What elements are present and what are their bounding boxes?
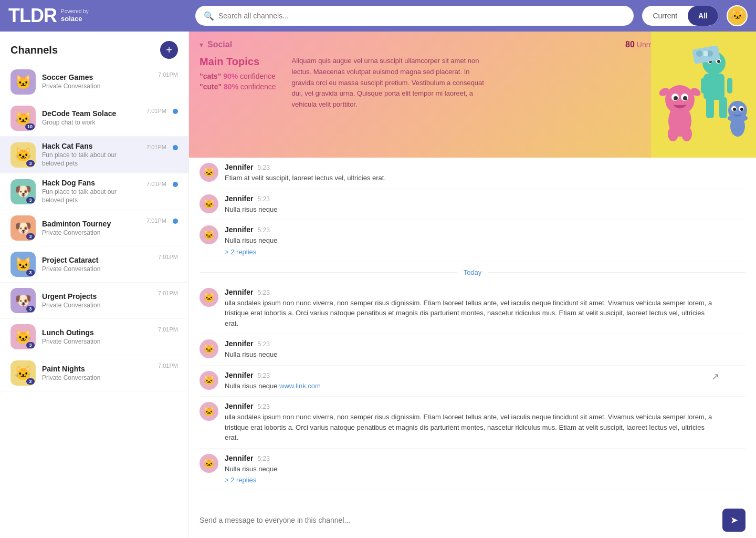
channels-sidebar: Channels + 🐱 Soccer Games Private Conver… xyxy=(0,32,189,538)
more-icon[interactable]: ••• xyxy=(737,163,746,173)
more-icon[interactable]: ••• xyxy=(737,194,746,204)
channel-name: Lunch Outings xyxy=(42,328,152,337)
channel-item-paint-nights[interactable]: 🐱 2 Paint Nights Private Conversation 7:… xyxy=(0,355,188,391)
channel-badge: 3 xyxy=(26,197,35,203)
channel-item-decode-team-solace[interactable]: 🐱 10 DeCode Team Solace Group chat to wo… xyxy=(0,100,188,137)
add-channel-button[interactable]: + xyxy=(160,41,178,59)
svg-point-12 xyxy=(696,50,702,57)
more-icon[interactable]: ••• xyxy=(737,226,746,235)
message-avatar: 🐱 xyxy=(200,288,218,307)
avatar-emoji: 🐱 xyxy=(203,458,215,469)
message-text: Etiam at velit suscipit, laoreet lectus … xyxy=(225,173,719,183)
message-header: Jennifer 5:23 xyxy=(225,288,719,296)
message-text: ulla sodales ipsum non nunc viverra, non… xyxy=(225,412,719,443)
message-time: 5:23 xyxy=(257,340,269,348)
message-time: 5:23 xyxy=(257,372,269,379)
message-row: 🐱 Jennifer 5:23 ulla sodales ipsum non n… xyxy=(200,397,746,449)
more-icon[interactable]: ••• xyxy=(737,454,746,463)
reply-icon[interactable]: ↩ xyxy=(726,371,732,381)
send-button[interactable]: ➤ xyxy=(722,509,746,532)
message-input-area: ➤ xyxy=(189,502,756,538)
search-bar[interactable]: 🔍 xyxy=(195,6,634,26)
social-banner: ▾ Social 80 Unread messages 0 Mentions M… xyxy=(189,32,756,158)
svg-point-24 xyxy=(683,96,687,100)
message-sender: Jennifer xyxy=(225,288,253,296)
reply-icon[interactable]: ↩ xyxy=(726,225,732,235)
channel-time: 7:01PM xyxy=(146,144,166,150)
message-link[interactable]: www.link.com xyxy=(279,382,321,390)
channel-sub: Private Conversation xyxy=(42,265,152,274)
reply-icon[interactable]: ↩ xyxy=(726,194,732,204)
more-icon[interactable]: ••• xyxy=(737,402,746,412)
channel-emoji: 🐱 xyxy=(15,74,32,90)
svg-point-32 xyxy=(740,108,743,111)
main-topics-section: Main Topics "cats" 90% confidence"cute" … xyxy=(200,56,276,110)
message-row: 🐱 Jennifer 5:23 Nulla risus neque www.li… xyxy=(200,366,746,397)
reply-icon[interactable]: ↩ xyxy=(726,288,732,298)
message-text: Nulla risus neque xyxy=(225,349,719,360)
channel-avatar: 🐱 3 xyxy=(10,324,36,349)
channel-sub: Private Conversation xyxy=(42,229,140,237)
message-text: Nulla risus neque xyxy=(225,464,719,474)
svg-point-23 xyxy=(674,96,678,100)
svg-rect-3 xyxy=(701,78,706,94)
channel-item-hack-cat-fans[interactable]: 🐱 3 Hack Cat Fans Fun place to talk abou… xyxy=(0,137,188,173)
user-avatar[interactable]: 🐱 xyxy=(727,5,748,26)
channel-badge: 3 xyxy=(26,233,35,240)
channel-avatar: 🐱 3 xyxy=(10,142,36,168)
channel-item-urgent-projects[interactable]: 🐶 3 Urgent Projects Private Conversation… xyxy=(0,283,188,319)
channel-avatar: 🐶 3 xyxy=(10,215,36,241)
svg-rect-2 xyxy=(704,74,724,100)
message-input[interactable] xyxy=(200,516,717,524)
message-row: 🐱 Jennifer 5:23 Nulla risus neque > 2 re… xyxy=(200,449,746,491)
message-avatar: 🐱 xyxy=(200,454,218,473)
channel-item-project-cataract[interactable]: 🐱 3 Project Cataract Private Conversatio… xyxy=(0,246,188,283)
avatar-emoji: 🐱 xyxy=(203,198,215,210)
reply-icon[interactable]: ↩ xyxy=(726,339,732,349)
main-topics-label: Main Topics xyxy=(200,56,276,68)
more-icon[interactable]: ••• xyxy=(737,340,746,349)
svg-point-31 xyxy=(733,108,736,111)
message-body: Jennifer 5:23 Nulla risus neque xyxy=(225,194,719,215)
message-header: Jennifer 5:23 xyxy=(225,339,719,348)
channel-item-lunch-outings[interactable]: 🐱 3 Lunch Outings Private Conversation 7… xyxy=(0,319,188,355)
messages-area[interactable]: 🐱 Jennifer 5:23 Etiam at velit suscipit,… xyxy=(189,158,756,502)
filter-current-button[interactable]: Current xyxy=(642,6,688,26)
channel-name: Soccer Games xyxy=(42,73,152,81)
message-body: Jennifer 5:23 Nulla risus neque www.link… xyxy=(225,371,705,391)
svg-rect-14 xyxy=(704,51,708,56)
message-time: 5:23 xyxy=(257,403,269,410)
filter-all-button[interactable]: All xyxy=(688,6,718,26)
reply-icon[interactable]: ↩ xyxy=(726,454,732,464)
search-input[interactable] xyxy=(218,12,625,20)
message-sender: Jennifer xyxy=(225,225,253,234)
channel-item-badminton-tourney[interactable]: 🐶 3 Badminton Tourney Private Conversati… xyxy=(0,210,188,246)
message-time: 5:23 xyxy=(257,289,269,296)
message-header: Jennifer 5:23 xyxy=(225,454,719,462)
unread-dot xyxy=(173,219,178,224)
message-body: Jennifer 5:23 ulla sodales ipsum non nun… xyxy=(225,402,719,443)
channel-item-soccer-games[interactable]: 🐱 Soccer Games Private Conversation 7:01… xyxy=(0,64,188,100)
cursor-indicator: ↗ xyxy=(711,371,719,382)
svg-rect-5 xyxy=(706,97,714,118)
message-row: 🐱 Jennifer 5:23 Etiam at velit suscipit,… xyxy=(200,158,746,189)
channels-list: 🐱 Soccer Games Private Conversation 7:01… xyxy=(0,64,188,391)
reply-icon[interactable]: ↩ xyxy=(726,402,732,412)
message-sender: Jennifer xyxy=(225,371,253,379)
channel-badge: 3 xyxy=(26,160,35,167)
reply-icon[interactable]: ↩ xyxy=(726,163,732,173)
message-header: Jennifer 5:23 xyxy=(225,194,719,203)
avatar-emoji: 🐱 xyxy=(203,375,215,386)
more-icon[interactable]: ••• xyxy=(737,288,746,297)
message-row: 🐱 Jennifer 5:23 Nulla risus neque ↩ ••• xyxy=(200,334,746,366)
replies-link[interactable]: > 2 replies xyxy=(225,476,256,484)
channel-item-hack-dog-fans[interactable]: 🐶 3 Hack Dog Fans Fun place to talk abou… xyxy=(0,173,188,210)
channel-info: Lunch Outings Private Conversation xyxy=(42,328,152,346)
more-icon[interactable]: ••• xyxy=(737,371,746,380)
message-body: Jennifer 5:23 Nulla risus neque > 2 repl… xyxy=(225,454,719,485)
message-time: 5:23 xyxy=(257,226,269,234)
channel-time: 7:01PM xyxy=(146,181,166,187)
channel-name: Paint Nights xyxy=(42,365,152,373)
replies-link[interactable]: > 2 replies xyxy=(225,248,256,256)
message-header: Jennifer 5:23 xyxy=(225,225,719,234)
